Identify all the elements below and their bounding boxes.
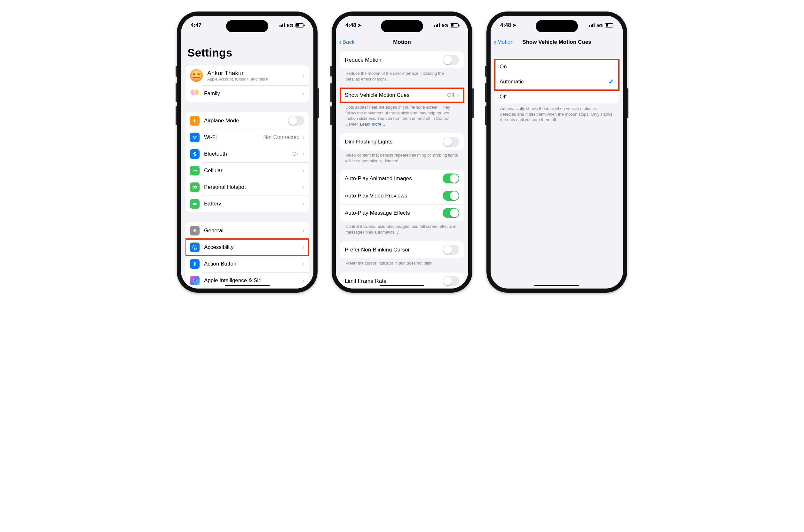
row-label: Auto-Play Message Effects [345,210,443,216]
status-time: 4:47 [190,22,201,28]
row-label: Show Vehicle Motion Cues [345,92,444,98]
row-label: Auto-Play Video Previews [345,193,443,199]
wifi-row[interactable]: Wi-Fi Not Connected › [185,129,309,146]
row-label: Apple Intelligence & Siri [204,277,300,284]
accessibility-icon [190,243,200,252]
side-button [317,88,319,118]
svg-rect-6 [193,203,196,205]
airplane-icon [190,116,200,126]
svg-rect-7 [196,204,197,205]
reduce-motion-switch[interactable] [443,55,459,65]
option-on[interactable]: On [495,60,619,74]
bluetooth-row[interactable]: Bluetooth On › [185,146,309,162]
battery-icon [450,23,459,27]
cellular-icon [190,166,200,175]
wifi-icon [190,133,200,142]
row-label: Action Button [204,261,300,267]
row-label: Prefer Non-Blinking Cursor [345,247,443,253]
account-name: Ankur Thakur [207,70,300,77]
svg-point-10 [195,246,195,246]
home-indicator[interactable] [534,285,579,286]
general-row[interactable]: General › [185,222,309,239]
dim-flashing-row[interactable]: Dim Flashing Lights [340,133,464,150]
footer-text: Video content that depicts repeated flas… [340,150,464,167]
svg-point-1 [197,73,200,75]
row-label: Limit Frame Rate [345,278,443,284]
row-label: Personal Hotspot [204,184,300,190]
frame-rate-switch[interactable] [443,276,459,286]
battery-row[interactable]: Battery › [185,195,309,212]
phone-frame-1: 4:47 5G Settings Ankur Thakur Apple Acco… [177,12,317,293]
siri-icon [190,276,200,285]
family-row[interactable]: Family › [185,85,309,102]
network-label: 5G [442,23,448,28]
side-button [330,83,332,102]
home-indicator[interactable] [380,285,424,286]
auto-video-switch[interactable] [443,191,459,201]
row-label: Reduce Motion [345,57,443,63]
battery-icon [190,199,200,209]
reduce-motion-row[interactable]: Reduce Motion [340,52,464,69]
side-button [330,66,332,77]
row-value: Not Connected [263,134,299,140]
dynamic-island [536,20,578,32]
action-button-row[interactable]: Action Button › [185,255,309,272]
signal-icon [279,23,285,27]
dynamic-island [381,20,423,32]
svg-point-5 [195,186,197,188]
side-button [627,88,628,118]
row-label: Bluetooth [204,151,290,157]
auto-images-switch[interactable] [443,173,459,184]
row-label: Battery [204,201,300,207]
auto-message-row[interactable]: Auto-Play Message Effects [340,204,464,222]
footer-text: Prefer the cursor indicator in text does… [340,258,464,270]
dim-flashing-switch[interactable] [443,137,459,147]
dynamic-island [226,20,268,32]
svg-point-3 [195,170,195,171]
hotspot-row[interactable]: Personal Hotspot › [185,179,309,195]
side-button [485,106,487,125]
status-time: 4:48 [500,22,511,28]
side-button [485,83,487,102]
account-row[interactable]: Ankur Thakur Apple Account, iCloud+, and… [185,65,309,85]
airplane-switch[interactable] [288,116,305,126]
auto-message-switch[interactable] [443,208,459,218]
row-label: Accessibility [204,244,300,250]
cellular-row[interactable]: Cellular › [185,162,309,179]
airplane-row[interactable]: Airplane Mode [185,112,309,129]
row-label: General [204,228,300,234]
row-value: Off [447,92,454,98]
gear-icon [190,226,200,235]
page-title: Settings [185,35,309,63]
auto-video-row[interactable]: Auto-Play Video Previews [340,187,464,204]
accessibility-row[interactable]: Accessibility › [185,239,309,255]
footer-text: Reduce the motion of the user interface,… [340,69,464,86]
bluetooth-icon [190,149,200,159]
option-off[interactable]: Off [495,90,619,103]
location-icon: ➤ [358,22,362,28]
row-label: Cellular [204,167,300,174]
phone-frame-3: 4:48 ➤ 5G ‹ Motion Show Vehicle Motion C… [487,12,627,293]
row-label: On [499,63,614,70]
svg-rect-11 [194,262,196,266]
cursor-switch[interactable] [443,245,459,255]
location-icon: ➤ [512,22,516,28]
auto-images-row[interactable]: Auto-Play Animated Images [340,170,464,187]
hotspot-icon [190,183,200,192]
footer-text: Automatically shows the dots when vehicl… [495,103,619,127]
row-label: Off [499,94,614,100]
row-label: Dim Flashing Lights [345,139,443,145]
side-button [330,106,332,125]
side-button [176,83,177,102]
cursor-row[interactable]: Prefer Non-Blinking Cursor [340,241,464,258]
vehicle-cues-row[interactable]: Show Vehicle Motion Cues Off › [340,88,464,102]
avatar [190,69,203,82]
option-automatic[interactable]: Automatic ✓ [495,74,619,90]
row-label: Automatic [499,79,608,85]
status-time: 4:48 [345,22,356,28]
footer-text: Control if videos, animated images, and … [340,222,464,239]
learn-more-link[interactable]: Learn more… [360,122,385,127]
home-indicator[interactable] [225,285,270,286]
side-button [472,88,474,118]
nav-title: Motion [336,39,468,45]
